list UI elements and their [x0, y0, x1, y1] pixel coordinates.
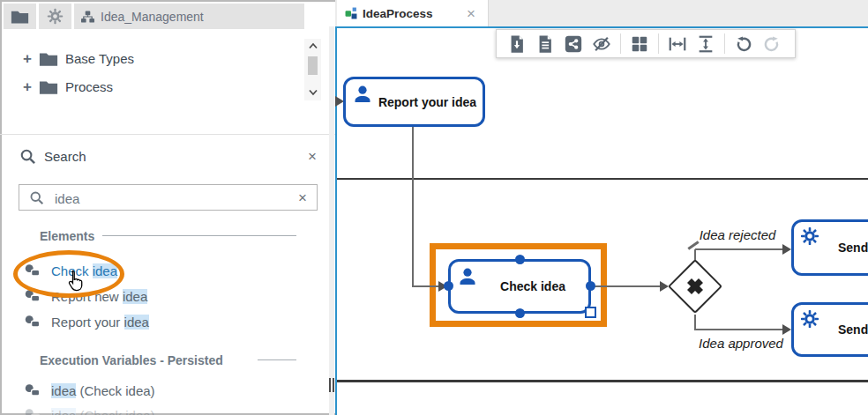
match-highlight: idea: [51, 383, 76, 398]
user-task-icon: [25, 263, 41, 278]
folder-icon: [39, 51, 58, 66]
variable-item-idea[interactable]: idea (Check idea): [25, 382, 155, 399]
document-icon[interactable]: [535, 34, 555, 54]
scroll-down-icon[interactable]: [308, 89, 318, 96]
variable-item-idea-partial[interactable]: idea (Check idea): [25, 406, 155, 415]
tree-item-process[interactable]: + Process: [23, 78, 113, 95]
task-label: Check idea: [477, 279, 588, 293]
clear-icon[interactable]: ×: [298, 190, 307, 205]
section-rule: [102, 235, 296, 236]
match-highlight: idea: [51, 408, 76, 415]
match-highlight: idea: [123, 289, 147, 304]
search-field: ×: [19, 184, 318, 211]
expand-icon[interactable]: +: [23, 79, 32, 94]
tab-label: IdeaProcess: [363, 7, 433, 20]
search-icon: [29, 190, 44, 205]
variable-item-label: idea (Check idea): [51, 383, 155, 398]
section-rule: [258, 359, 296, 360]
flow-line: [412, 127, 414, 287]
label-text: (Check idea): [76, 383, 154, 398]
scroll-up-icon[interactable]: [308, 42, 318, 49]
diagram-toolbar: [496, 29, 796, 58]
export-file-icon[interactable]: [507, 34, 527, 54]
tree-item-label: Process: [65, 79, 113, 94]
application-window: Idea_Management + Base Types + Process S…: [0, 0, 868, 415]
user-task-icon: [25, 383, 41, 397]
hand-cursor-icon: [64, 270, 85, 294]
sitemap-icon: [81, 11, 94, 23]
undo-icon[interactable]: [734, 34, 753, 54]
folder-icon: [11, 9, 29, 24]
label-text: Report your: [51, 315, 124, 330]
tab-close-icon[interactable]: ×: [467, 6, 475, 21]
elements-section-title: Elements: [40, 229, 94, 243]
search-panel-header: Search: [19, 147, 86, 165]
redo-icon[interactable]: [762, 34, 782, 54]
selection-handle-top[interactable]: [515, 255, 525, 264]
flow-arrowhead: [782, 244, 791, 255]
task-check-idea[interactable]: Check idea: [448, 259, 591, 314]
search-input[interactable]: [53, 185, 286, 211]
toolbar-separator: [724, 33, 725, 54]
tab-ideaprocess[interactable]: IdeaProcess ×: [337, 0, 489, 26]
tree-item-label: Base Types: [65, 51, 134, 66]
variable-item-label: idea (Check idea): [51, 408, 155, 415]
user-icon: [457, 266, 478, 287]
grid-icon[interactable]: [630, 34, 649, 54]
flow-line: [695, 248, 784, 250]
toolbar-separator: [620, 33, 621, 54]
user-task-icon: [25, 315, 41, 329]
flow-line: [593, 285, 661, 287]
process-tab-icon: [345, 7, 357, 19]
search-icon: [19, 148, 36, 165]
task-report-your-idea[interactable]: Report your idea: [343, 77, 485, 127]
selection-handle-bottom[interactable]: [515, 308, 525, 318]
fit-height-icon[interactable]: [696, 34, 715, 54]
service-gear-icon: [800, 226, 819, 246]
flow-label-rejected: Idea rejected: [693, 227, 782, 242]
sidebar: Idea_Management + Base Types + Process S…: [0, 0, 335, 415]
flow-line: [695, 329, 784, 330]
flow-line: [412, 285, 439, 287]
flow-arrowhead: [782, 324, 791, 335]
gear-icon: [47, 8, 64, 25]
splitter-handle-icon[interactable]: [329, 378, 334, 392]
open-folder-button[interactable]: [4, 4, 36, 29]
user-icon: [352, 84, 373, 105]
element-item-label: Report your idea: [51, 315, 149, 330]
project-tab-label: Idea_Management: [101, 10, 204, 24]
section-divider: [0, 134, 335, 135]
search-panel-title: Search: [44, 149, 86, 164]
editor-tab-bar: IdeaProcess ×: [335, 0, 868, 26]
resize-handle[interactable]: [585, 307, 596, 318]
share-icon[interactable]: [564, 34, 583, 54]
scrollbar-thumb[interactable]: [308, 56, 318, 75]
hide-icon[interactable]: [592, 34, 611, 54]
expand-icon[interactable]: +: [23, 51, 32, 66]
fit-width-icon[interactable]: [668, 34, 687, 54]
tree-item-base-types[interactable]: + Base Types: [23, 49, 134, 67]
settings-button[interactable]: [39, 4, 71, 29]
user-task-icon: [25, 408, 41, 415]
toolbar-separator: [658, 33, 659, 54]
lane-boundary-top: [337, 178, 868, 180]
element-item-report-new-idea[interactable]: Report new idea: [25, 287, 147, 305]
task-send-top[interactable]: Send: [791, 219, 868, 276]
selection-handle-left[interactable]: [444, 281, 453, 291]
lane-boundary-bottom: [337, 380, 868, 382]
task-send-bottom[interactable]: Send: [791, 302, 868, 357]
flow-arrowhead: [660, 281, 669, 292]
close-icon[interactable]: ×: [308, 149, 317, 164]
user-task-icon: [25, 289, 41, 303]
project-tab[interactable]: Idea_Management: [74, 4, 304, 29]
task-label: Send: [838, 322, 868, 337]
label-text: (Check idea): [76, 408, 154, 415]
element-item-report-your-idea[interactable]: Report your idea: [25, 313, 149, 330]
service-gear-icon: [800, 309, 819, 329]
tree-scrollbar[interactable]: [304, 39, 321, 100]
task-label: Send: [838, 241, 868, 255]
panel-splitter[interactable]: [329, 26, 334, 415]
label-text: Report new: [51, 289, 123, 304]
flow-label-approved: Idea approved: [695, 336, 787, 351]
selection-handle-right[interactable]: [586, 281, 595, 291]
